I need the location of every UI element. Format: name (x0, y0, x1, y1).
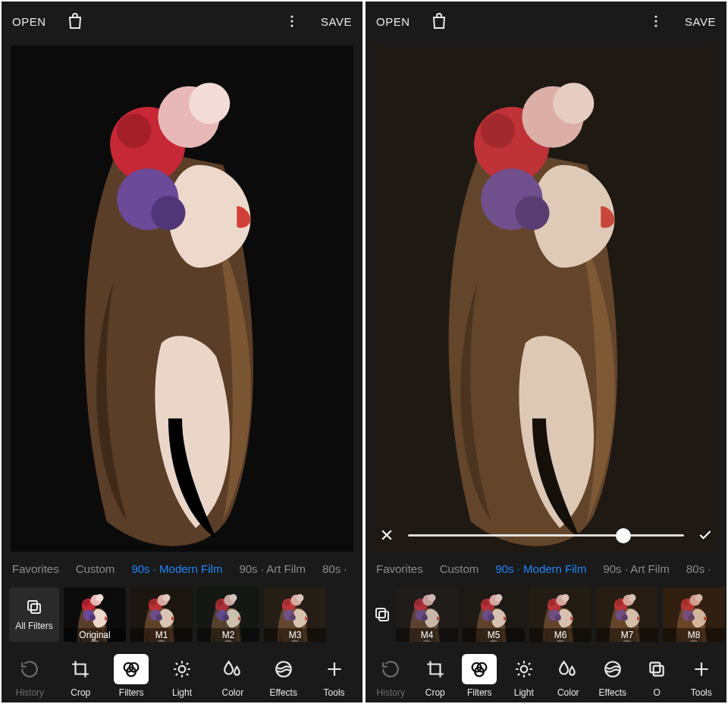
open-button[interactable]: OPEN (376, 15, 410, 28)
filter-thumb-m8[interactable]: M8 (663, 587, 725, 642)
plus-icon (684, 654, 719, 684)
color-icon (551, 654, 585, 684)
light-label: Light (172, 687, 192, 698)
all-filters-compact-button[interactable] (373, 587, 391, 642)
edited-photo (375, 45, 717, 552)
category-favorites[interactable]: Favorites (376, 562, 423, 575)
crop-icon (418, 654, 453, 684)
filter-thumb-m6[interactable]: M6 (529, 587, 592, 642)
filter-thumb-label: M1 (130, 628, 193, 642)
color-icon (215, 654, 250, 684)
filter-thumb-m1[interactable]: M1 (130, 587, 193, 642)
filter-thumb-label: M6 (529, 628, 592, 642)
svg-rect-11 (31, 604, 40, 613)
category-custom[interactable]: Custom (440, 562, 479, 575)
filter-thumb-m4[interactable]: M4 (396, 587, 458, 642)
color-button[interactable]: Color (546, 654, 591, 698)
light-button[interactable]: Light (502, 654, 547, 698)
open-button[interactable]: OPEN (12, 15, 46, 28)
filters-icon (462, 654, 497, 684)
filter-thumb-label: M5 (463, 628, 525, 642)
intensity-slider[interactable] (408, 534, 684, 537)
all-filters-button[interactable]: All Filters (9, 587, 59, 642)
color-button[interactable]: Color (207, 654, 258, 698)
history-icon (12, 654, 47, 684)
filter-category-tabs: Favorites Custom 90s · Modern Film 90s ·… (2, 552, 362, 581)
filters-icon (114, 654, 149, 684)
category-custom[interactable]: Custom (76, 562, 115, 575)
svg-rect-10 (28, 601, 37, 610)
effects-icon (266, 654, 301, 684)
svg-point-22 (654, 24, 657, 27)
filter-thumb-label: M3 (264, 628, 326, 642)
effects-label: Effects (599, 687, 626, 698)
filters-label: Filters (119, 687, 144, 698)
svg-rect-23 (375, 45, 717, 552)
filter-thumbnails: All Filters Original M1 M2 M3 (2, 581, 362, 643)
light-button[interactable]: Light (157, 654, 208, 698)
filter-thumb-m2[interactable]: M2 (197, 587, 259, 642)
more-vert-icon[interactable] (645, 11, 667, 32)
history-label: History (377, 687, 405, 698)
save-button[interactable]: SAVE (321, 15, 352, 28)
svg-point-19 (276, 662, 291, 677)
category-90s-modern-film[interactable]: 90s · Modern Film (131, 562, 222, 575)
filter-intensity-row (366, 524, 726, 546)
svg-rect-24 (376, 609, 385, 618)
overlays-button[interactable]: O (635, 654, 679, 698)
effects-button[interactable]: Effects (258, 654, 309, 698)
svg-point-20 (654, 15, 657, 17)
effects-label: Effects (269, 687, 297, 698)
effects-button[interactable]: Effects (591, 654, 635, 698)
cancel-button[interactable] (376, 524, 397, 546)
crop-icon (63, 654, 98, 684)
save-button[interactable]: SAVE (685, 15, 716, 28)
svg-point-35 (605, 662, 620, 677)
category-90s-modern-film[interactable]: 90s · Modern Film (495, 562, 586, 575)
filter-category-tabs: Favorites Custom 90s · Modern Film 90s ·… (366, 552, 726, 581)
filter-thumb-label: M4 (396, 628, 458, 642)
category-80s[interactable]: 80s · (322, 562, 347, 575)
svg-point-7 (290, 15, 293, 17)
svg-rect-25 (379, 612, 388, 621)
image-canvas[interactable] (366, 41, 726, 552)
edited-photo (11, 45, 353, 552)
filter-thumb-m3[interactable]: M3 (264, 587, 326, 642)
color-label: Color (222, 687, 244, 698)
tools-button[interactable]: Tools (309, 654, 359, 698)
svg-point-8 (290, 20, 293, 22)
category-90s-art-film[interactable]: 90s · Art Film (239, 562, 306, 575)
filter-thumb-label: Original (64, 628, 126, 642)
history-button[interactable]: History (369, 654, 413, 698)
all-filters-label: All Filters (15, 621, 52, 631)
svg-point-21 (654, 20, 657, 22)
shopping-bag-icon[interactable] (428, 11, 450, 32)
crop-button[interactable]: Crop (55, 654, 106, 698)
history-button[interactable]: History (5, 654, 55, 698)
category-favorites[interactable]: Favorites (12, 562, 59, 575)
filter-thumb-m7[interactable]: M7 (596, 587, 658, 642)
confirm-button[interactable] (695, 524, 716, 546)
svg-point-34 (520, 666, 527, 673)
image-canvas[interactable] (2, 41, 362, 552)
crop-button[interactable]: Crop (413, 654, 458, 698)
category-80s[interactable]: 80s · (686, 562, 711, 575)
category-90s-art-film[interactable]: 90s · Art Film (603, 562, 670, 575)
stack-icon (25, 598, 43, 616)
filter-thumb-label: M8 (663, 628, 725, 642)
filters-button[interactable]: Filters (106, 654, 157, 698)
screen-right: OPEN SAVE (366, 2, 726, 702)
filter-thumb-m5[interactable]: M5 (463, 587, 525, 642)
filters-button[interactable]: Filters (457, 654, 502, 698)
filter-thumb-original[interactable]: Original (64, 587, 126, 642)
shopping-bag-icon[interactable] (64, 11, 86, 32)
more-vert-icon[interactable] (281, 11, 303, 32)
bottom-toolbar: History Crop Filters Light Color Effects (2, 643, 362, 702)
svg-point-18 (179, 666, 186, 673)
filters-label: Filters (467, 687, 492, 698)
stack-icon (373, 605, 391, 624)
filter-thumb-label: M7 (596, 628, 658, 642)
light-label: Light (514, 687, 534, 698)
bottom-toolbar: History Crop Filters Light Color Effects (366, 643, 726, 702)
tools-button[interactable]: Tools (679, 654, 724, 698)
